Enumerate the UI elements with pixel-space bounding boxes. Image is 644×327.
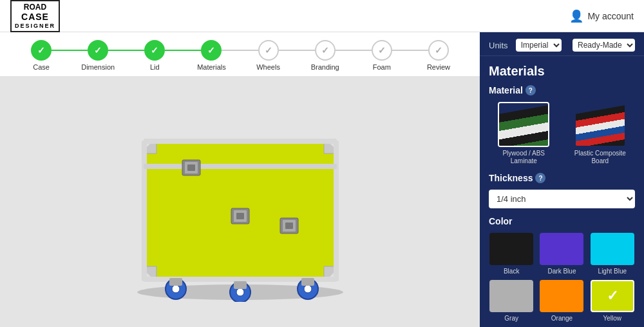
units-select[interactable]: ImperialMetric [516, 39, 562, 52]
step-circle-wheels: ✓ [258, 40, 279, 61]
step-circle-lid: ✓ [144, 40, 165, 61]
svg-rect-34 [301, 278, 314, 286]
color-grid: BlackDark BlueLight BlueGrayOrange✓Yello… [489, 233, 635, 322]
material-label-plastic: Plastic Composite Board [565, 150, 636, 165]
step-label-lid: Lid [150, 63, 160, 71]
step-label-wheels: Wheels [256, 63, 280, 71]
header: ROAD CASE DESIGNER 👤 My account [0, 0, 644, 32]
case-visual [105, 102, 375, 302]
step-lid[interactable]: ✓Lid [126, 40, 183, 71]
canvas-area [0, 76, 480, 327]
svg-point-29 [236, 288, 244, 296]
svg-rect-15 [334, 141, 339, 281]
panel-section-main: Materials Material ? Plywood / ABS Lamin… [480, 56, 644, 327]
color-name-black: Black [504, 268, 519, 275]
account-label: My account [587, 11, 634, 21]
mode-select[interactable]: Ready-MadeCustom [573, 39, 635, 52]
material-thumb-plywood [498, 102, 549, 147]
step-label-dimension: Dimension [81, 63, 115, 71]
step-label-foam: Foam [373, 63, 391, 71]
step-foam[interactable]: ✓Foam [354, 40, 410, 71]
my-account-button[interactable]: 👤 My account [569, 9, 634, 23]
color-box-yellow: ✓ [591, 280, 634, 312]
panel-title: Materials [489, 64, 635, 79]
material-label-plywood: Plywood / ABS Laminate [489, 150, 559, 165]
svg-rect-25 [285, 223, 293, 229]
step-materials[interactable]: ✓Materials [183, 40, 240, 71]
step-circle-branding: ✓ [315, 40, 336, 61]
step-label-materials: Materials [197, 63, 226, 71]
color-box-black [489, 233, 533, 265]
units-label: Units [489, 41, 508, 50]
step-review[interactable]: ✓Review [410, 40, 467, 71]
color-box-dark-blue [540, 233, 583, 265]
color-box-light-blue [591, 233, 634, 265]
content-area: ✓Case✓Dimension✓Lid✓Materials✓Wheels✓Bra… [0, 32, 480, 327]
color-name-dark-blue: Dark Blue [548, 268, 576, 275]
color-swatch-orange[interactable]: Orange [539, 280, 584, 322]
color-swatch-gray[interactable]: Gray [489, 280, 534, 322]
color-name-light-blue: Light Blue [598, 268, 627, 275]
main-layout: ✓Case✓Dimension✓Lid✓Materials✓Wheels✓Bra… [0, 32, 644, 327]
color-name-yellow: Yellow [603, 315, 622, 322]
material-card-plastic[interactable]: Plastic Composite Board [565, 102, 636, 165]
step-circle-foam: ✓ [372, 40, 392, 61]
color-check-yellow: ✓ [607, 288, 618, 304]
material-thumb-inner-plywood [499, 105, 548, 147]
right-panel: Units ImperialMetric Ready-MadeCustom Ma… [480, 32, 644, 327]
step-dimension[interactable]: ✓Dimension [70, 40, 126, 71]
step-circle-materials: ✓ [201, 40, 222, 61]
step-branding[interactable]: ✓Branding [297, 40, 354, 71]
material-help-icon[interactable]: ? [526, 85, 536, 95]
color-heading: Color [489, 216, 635, 226]
material-options: Plywood / ABS LaminatePlastic Composite … [489, 102, 635, 165]
color-name-gray: Gray [504, 315, 518, 322]
thickness-select[interactable]: 1/4 inch3/8 inch1/2 inch [489, 190, 635, 208]
step-label-branding: Branding [311, 63, 339, 71]
material-thumb-plastic [574, 102, 626, 147]
material-thumb-inner-plastic [576, 105, 625, 147]
color-swatch-black[interactable]: Black [489, 233, 534, 275]
svg-point-27 [172, 285, 180, 293]
step-wheels[interactable]: ✓Wheels [240, 40, 297, 71]
person-icon: 👤 [569, 9, 583, 23]
color-name-orange: Orange [551, 315, 573, 322]
material-card-plywood[interactable]: Plywood / ABS Laminate [489, 102, 559, 165]
svg-rect-2 [144, 141, 337, 166]
step-circle-review: ✓ [428, 40, 449, 61]
step-label-case: Case [33, 63, 50, 71]
svg-rect-22 [236, 213, 244, 219]
step-label-review: Review [427, 63, 450, 71]
svg-rect-33 [234, 281, 247, 289]
svg-rect-14 [142, 141, 147, 281]
color-swatch-dark-blue[interactable]: Dark Blue [539, 233, 584, 275]
logo: ROAD CASE DESIGNER [10, 0, 60, 32]
step-circle-dimension: ✓ [88, 40, 108, 61]
logo-line1: ROAD [15, 3, 55, 12]
svg-rect-12 [144, 139, 337, 144]
logo-line2: CASE [15, 12, 55, 23]
material-heading: Material ? [489, 85, 635, 95]
svg-point-31 [304, 285, 312, 293]
units-row: Units ImperialMetric Ready-MadeCustom [480, 32, 644, 56]
svg-rect-16 [144, 164, 337, 169]
color-box-orange [540, 280, 583, 312]
thickness-help-icon[interactable]: ? [535, 173, 545, 183]
color-swatch-yellow[interactable]: ✓Yellow [590, 280, 635, 322]
step-case[interactable]: ✓Case [13, 40, 70, 71]
color-box-gray [489, 280, 533, 312]
svg-rect-32 [169, 278, 182, 286]
svg-rect-19 [187, 164, 195, 171]
thickness-heading: Thickness ? [489, 173, 635, 183]
step-circle-case: ✓ [31, 40, 52, 61]
logo-line3: DESIGNER [15, 23, 55, 30]
progress-bar: ✓Case✓Dimension✓Lid✓Materials✓Wheels✓Bra… [0, 32, 480, 76]
color-swatch-light-blue[interactable]: Light Blue [590, 233, 635, 275]
